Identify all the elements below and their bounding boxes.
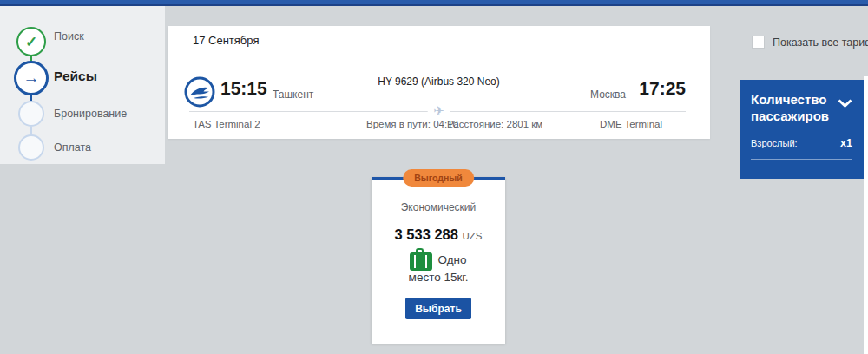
sidebar-item-payment[interactable]: Оплата: [54, 141, 91, 154]
baggage-allowance: Одно место 15кг.: [372, 249, 505, 284]
baggage-text-line1: Одно: [437, 253, 466, 266]
flight-distance: Расстояние: 2801 км: [447, 119, 542, 129]
sidebar-item-search[interactable]: Поиск: [54, 30, 84, 43]
show-all-tariffs-checkbox[interactable]: [752, 36, 765, 49]
adult-passenger-row: Взрослый: x1: [751, 137, 852, 149]
step-flights-circle[interactable]: →: [14, 61, 49, 95]
price-amount: 3 533 288: [395, 226, 458, 242]
stepper-sidebar: ✓ → Поиск Рейсы Бронирование Оплата: [0, 6, 165, 164]
step-booking-circle[interactable]: [18, 101, 44, 127]
sidebar-item-flights[interactable]: Рейсы: [54, 69, 97, 84]
select-fare-button[interactable]: Выбрать: [405, 298, 471, 319]
departure-city: Ташкент: [273, 88, 313, 101]
flight-number: HY 9629 (Airbus 320 Neo): [168, 75, 710, 88]
airplane-icon: ✈: [427, 103, 450, 119]
passengers-panel[interactable]: Количество пассажиров Взрослый: x1: [740, 80, 864, 179]
flight-date: 17 Сентября: [193, 34, 259, 47]
panel-divider: [751, 159, 852, 160]
arrow-right-icon: →: [23, 69, 40, 88]
best-deal-badge: Выгодный: [403, 169, 474, 187]
passengers-panel-title: Количество пассажиров: [751, 92, 841, 125]
top-accent-bar: [0, 0, 868, 6]
arrival-time: 17:25: [639, 78, 686, 99]
adult-label: Взрослый:: [751, 138, 798, 148]
check-icon: ✓: [25, 33, 37, 51]
price-currency: UZS: [462, 231, 482, 241]
flight-card[interactable]: 17 Сентября 15:15 Ташкент HY 9629 (Airbu…: [168, 26, 710, 139]
departure-terminal: TAS Terminal 2: [193, 119, 260, 129]
arrival-city: Москва: [590, 88, 626, 101]
fare-class-name: Экономический: [372, 201, 505, 213]
booking-page: ✓ → Поиск Рейсы Бронирование Оплата 17 С…: [0, 0, 868, 354]
show-all-tariffs-toggle[interactable]: Показать все тарифы: [752, 36, 868, 49]
baggage-text-line2: место 15кг.: [372, 271, 505, 284]
show-all-tariffs-label[interactable]: Показать все тарифы: [773, 36, 868, 49]
flight-duration: Время в пути: 04:10: [366, 119, 458, 129]
arrival-terminal: DME Terminal: [600, 119, 662, 129]
fare-price: 3 533 288 UZS: [372, 226, 505, 243]
fare-card: Выгодный Экономический 3 533 288 UZS Одн…: [372, 177, 505, 344]
step-search-circle[interactable]: ✓: [16, 27, 46, 56]
step-payment-circle[interactable]: [18, 134, 44, 161]
sidebar-item-booking[interactable]: Бронирование: [54, 108, 127, 120]
baggage-icon: [410, 252, 432, 271]
right-edge-strip: [864, 76, 868, 354]
chevron-down-icon[interactable]: [838, 95, 852, 111]
adult-count: x1: [840, 137, 852, 149]
